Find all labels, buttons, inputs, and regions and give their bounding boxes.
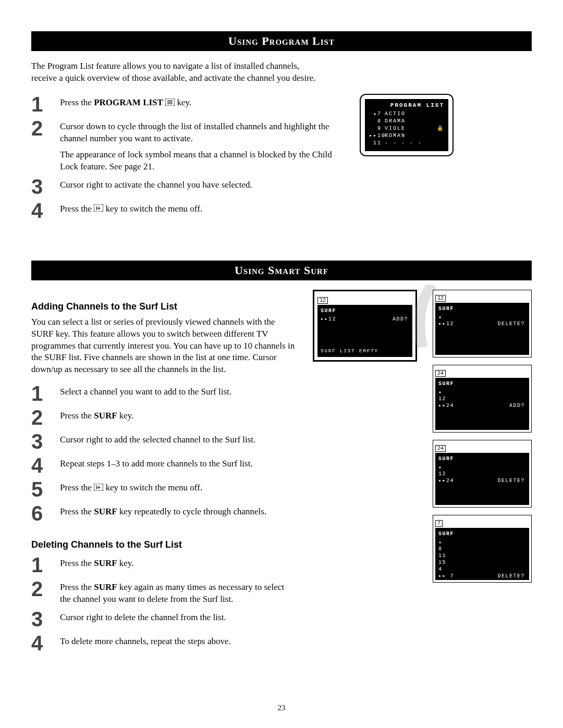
tv-row: ▸▸10ROMAN <box>369 132 444 140</box>
step-number: 3 <box>31 431 60 452</box>
surf-box: 24 SURF ▴ 12▸▸24ADD? <box>433 365 532 433</box>
step: 2Press the SURF key again as many times … <box>31 578 297 606</box>
step-number: 3 <box>31 176 60 197</box>
program-list-steps: 1Press the PROGRAM LIST key.2Cursor down… <box>31 94 344 224</box>
step-text: Press the PROGRAM LIST key. <box>60 94 191 109</box>
step: 1Press the PROGRAM LIST key. <box>31 94 344 115</box>
svg-text:i+: i+ <box>96 205 101 211</box>
surf-line: ▸▸ 7DELETE? <box>438 573 526 579</box>
section-header-smart-surf: Using Smart Surf <box>31 261 532 280</box>
surf-line: ▸▸12 <box>321 316 336 322</box>
step-text: Press the SURF key again as many times a… <box>60 578 297 606</box>
step-text: Press the SURF key. <box>60 554 134 570</box>
surf-footer: SURF LIST EMPTY <box>321 349 378 354</box>
step: 4Repeat steps 1–3 to add more channels t… <box>31 455 297 476</box>
step-text: Press the SURF key. <box>60 407 134 422</box>
step-text: Cursor down to cycle through the list of… <box>60 118 344 173</box>
step: 2Press the SURF key. <box>31 407 297 428</box>
surf-title: SURF <box>438 531 526 537</box>
surf-line: 12 <box>438 471 526 477</box>
surf-title: SURF <box>438 456 526 462</box>
step: 3Cursor right to delete the channel from… <box>31 609 297 630</box>
surf-title: SURF <box>438 381 526 387</box>
step: 4To delete more channels, repeat the ste… <box>31 633 297 653</box>
step-text: To delete more channels, repeat the step… <box>60 633 231 648</box>
tv-row: 9VIOLE🔒 <box>369 125 444 132</box>
step-number: 4 <box>31 455 60 476</box>
info-icon: i+ <box>94 483 103 495</box>
step: 1Select a channel you want to add to the… <box>31 383 297 404</box>
channel-badge: 7 <box>435 520 443 527</box>
surf-box-big: 12 SURF ▸▸12ADD? SURF LIST EMPTY <box>313 290 417 362</box>
deleting-steps: 1Press the SURF key.2Press the SURF key … <box>31 554 297 653</box>
channel-badge: 12 <box>317 297 328 304</box>
step-number: 6 <box>31 503 60 524</box>
surf-line: 15 <box>438 559 526 566</box>
step-number: 2 <box>31 578 60 599</box>
surf-line: ▴ <box>438 464 526 471</box>
step-text: Cursor right to add the selected channel… <box>60 431 255 446</box>
surf-line: ▸▸24ADD? <box>438 402 526 409</box>
step: 6Press the SURF key repeatedly to cycle … <box>31 503 297 524</box>
step: 2Cursor down to cycle through the list o… <box>31 118 344 173</box>
surf-line: ▸▸24DELETE? <box>438 477 526 484</box>
tv-title: PROGRAM LIST <box>369 102 444 108</box>
surf-line: 12 <box>438 396 526 402</box>
step: 4Press the i+ key to switch the menu off… <box>31 200 344 221</box>
step: 1Press the SURF key. <box>31 554 297 575</box>
step-text: Repeat steps 1–3 to add more channels to… <box>60 455 253 470</box>
surf-box: 12 SURF ▴▸▸12DELETE? <box>433 290 532 357</box>
adding-body: You can select a list or series of previ… <box>31 316 297 376</box>
tv-row: 8DRAMA <box>369 118 444 125</box>
step-text: Press the i+ key to switch the menu off. <box>60 479 202 495</box>
intro-text: The Program List feature allows you to n… <box>31 60 323 84</box>
step-number: 1 <box>31 94 60 115</box>
step: 3Cursor right to add the selected channe… <box>31 431 297 452</box>
step-text: Cursor right to activate the channel you… <box>60 176 252 191</box>
step-text: Select a channel you want to add to the … <box>60 383 231 398</box>
swoosh-icon <box>412 285 438 352</box>
step: 5Press the i+ key to switch the menu off… <box>31 479 297 500</box>
surf-line: ▴ <box>438 314 526 320</box>
menu-icon <box>165 97 175 109</box>
tv-row: 11- - - - - <box>369 140 444 147</box>
channel-badge: 24 <box>435 370 446 377</box>
sub-heading-adding: Adding Channels to the Surf List <box>31 301 297 312</box>
step-number: 4 <box>31 633 60 653</box>
tv-row: ▴7ACTIO <box>369 110 444 118</box>
surf-box: 24 SURF ▴ 12▸▸24DELETE? <box>433 440 532 508</box>
section-header-program-list: Using Program List <box>31 31 532 51</box>
surf-line: 4 <box>438 566 526 573</box>
sub-heading-deleting: Deleting Channels to the Surf List <box>31 539 297 550</box>
surf-line: 8 <box>438 546 526 552</box>
svg-text:i+: i+ <box>96 485 101 490</box>
step-number: 2 <box>31 118 60 139</box>
surf-line: 11 <box>438 552 526 559</box>
step-text: Cursor right to delete the channel from … <box>60 609 226 624</box>
step-number: 2 <box>31 407 60 428</box>
surf-title: SURF <box>321 308 409 314</box>
step-number: 3 <box>31 609 60 630</box>
surf-line: ▸▸12DELETE? <box>438 320 526 327</box>
surf-box: 7 SURF ▴ 8 11 15 4▸▸ 7DELETE? <box>433 515 532 583</box>
surf-line: ▴ <box>438 539 526 546</box>
step-text: Press the i+ key to switch the menu off. <box>60 200 202 216</box>
step: 3Cursor right to activate the channel yo… <box>31 176 344 197</box>
adding-steps: 1Select a channel you want to add to the… <box>31 383 297 524</box>
step-number: 1 <box>31 554 60 575</box>
program-list-tv: PROGRAM LIST ▴7ACTIO8DRAMA9VIOLE🔒▸▸10ROM… <box>360 94 454 156</box>
surf-action: ADD? <box>393 316 408 323</box>
surf-line: ▴ <box>438 389 526 396</box>
channel-badge: 24 <box>435 445 446 452</box>
page-number: 23 <box>0 704 563 712</box>
info-icon: i+ <box>94 203 103 215</box>
step-number: 5 <box>31 479 60 500</box>
step-number: 1 <box>31 383 60 404</box>
step-number: 4 <box>31 200 60 221</box>
step-text: Press the SURF key repeatedly to cycle t… <box>60 503 266 518</box>
surf-title: SURF <box>438 306 526 312</box>
